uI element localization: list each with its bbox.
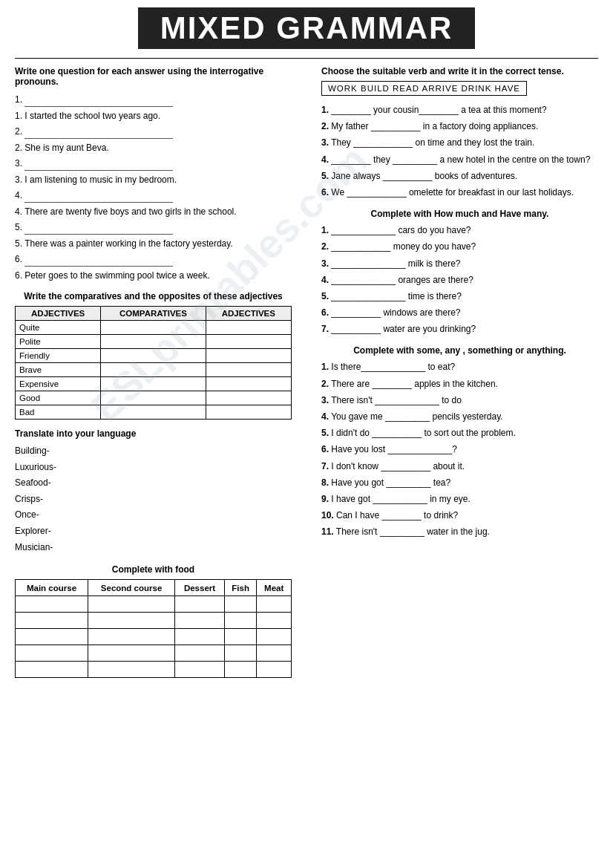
right-section1-title: Choose the suitable verb and write it in… — [321, 66, 598, 76]
list-item: 4. — [15, 187, 292, 204]
table-row — [16, 596, 292, 613]
table-row: Friendly — [16, 349, 292, 363]
col-header-adjectives2: ADJECTIVES — [206, 307, 291, 321]
some-any-list: 1. Is there_____________ to eat? 2. Ther… — [321, 360, 598, 539]
list-item: 4. _____________ oranges are there? — [321, 273, 598, 287]
left-section3-title: Translate into your language — [15, 428, 292, 439]
table-row — [16, 613, 292, 629]
list-item: 1. Is there_____________ to eat? — [321, 360, 598, 374]
left-section1-title: Write one question for each answer using… — [15, 66, 292, 87]
list-item: 2. She is my aunt Beva. — [15, 141, 292, 154]
food-col-main: Main course — [16, 580, 88, 596]
list-item: 1. _____________ cars do you have? — [321, 223, 598, 238]
list-item: 1. — [15, 91, 292, 108]
list-item: 7. __________ water are you drinking? — [321, 322, 598, 336]
list-item: 5. — [15, 219, 292, 236]
right-section2-title: Complete with How much and Have many. — [321, 209, 598, 219]
list-item: Once- — [15, 507, 292, 523]
list-item: 1. I started the school two years ago. — [15, 109, 292, 123]
list-item: Explorer- — [15, 523, 292, 540]
list-item: 6. Have you lost _____________? — [321, 443, 598, 457]
list-item: 6. __________ windows are there? — [321, 306, 598, 320]
list-item: 3. There isn't _____________ to do — [321, 394, 598, 408]
howmuch-list: 1. _____________ cars do you have? 2. __… — [321, 223, 598, 336]
verb-list: 1. ________ your cousin________ a tea at… — [321, 103, 598, 200]
list-item: 3. They ____________ on time and they lo… — [321, 136, 598, 150]
list-item: Luxurious- — [15, 460, 292, 476]
list-item: 5. _______________ time is there? — [321, 290, 598, 304]
list-item: 8. Have you got _________ tea? — [321, 476, 598, 490]
list-item: Musician- — [15, 540, 292, 556]
right-section3-title: Complete with some, any , something or a… — [321, 345, 598, 356]
food-col-meat: Meat — [257, 580, 292, 596]
list-item: 2. My father __________ in a factory doi… — [321, 120, 598, 134]
list-item: 3. — [15, 155, 292, 172]
questions-list: 1. 1. I started the school two years ago… — [15, 91, 292, 282]
translate-list: Building- Luxurious- Seafood- Crisps- On… — [15, 443, 292, 555]
table-row: Quite — [16, 321, 292, 335]
list-item: 6. — [15, 251, 292, 268]
list-item: 5. Jane always __________ books of adven… — [321, 169, 598, 183]
table-row — [16, 645, 292, 662]
food-table: Main course Second course Dessert Fish M… — [15, 579, 292, 678]
list-item: 5. I didn't do __________ to sort out th… — [321, 426, 598, 440]
page-title: MIXED GRAMMAR — [15, 7, 598, 49]
list-item: 3. _______________ milk is there? — [321, 257, 598, 271]
left-section2-title: Write the comparatives and the opposites… — [15, 291, 292, 301]
left-section4-title: Complete with food — [15, 564, 292, 575]
list-item: 5. There was a painter working in the fa… — [15, 237, 292, 250]
list-item: 9. I have got ___________ in my eye. — [321, 492, 598, 506]
list-item: 3. I am listening to music in my bedroom… — [15, 173, 292, 186]
verb-box: WORK BUILD READ ARRIVE DRINK HAVE — [321, 81, 527, 96]
list-item: 10. Can I have ________ to drink? — [321, 509, 598, 523]
list-item: 7. I don't know __________ about it. — [321, 460, 598, 474]
table-row: Bad — [16, 405, 292, 420]
food-col-dessert: Dessert — [175, 580, 225, 596]
list-item: Crisps- — [15, 492, 292, 508]
food-col-second: Second course — [88, 580, 174, 596]
list-item: Building- — [15, 443, 292, 460]
list-item: 1. ________ your cousin________ a tea at… — [321, 103, 598, 117]
table-row: Expensive — [16, 377, 292, 391]
list-item: 4. You gave me _________ pencils yesterd… — [321, 410, 598, 424]
table-row — [16, 662, 292, 678]
comparatives-table: ADJECTIVES COMPARATIVES ADJECTIVES Quite… — [15, 306, 292, 420]
list-item: 2. There are ________ apples in the kitc… — [321, 377, 598, 391]
col-header-comparatives: COMPARATIVES — [101, 307, 206, 321]
list-item: 6. Peter goes to the swimming pool twice… — [15, 269, 292, 282]
list-item: 11. There isn't _________ water in the j… — [321, 525, 598, 539]
table-row: Polite — [16, 335, 292, 349]
list-item: Seafood- — [15, 475, 292, 492]
col-header-adjectives: ADJECTIVES — [16, 307, 101, 321]
table-row — [16, 629, 292, 645]
list-item: 4. There are twenty five boys and two gi… — [15, 205, 292, 218]
list-item: 2. ____________ money do you have? — [321, 240, 598, 254]
list-item: 2. — [15, 123, 292, 140]
table-row: Good — [16, 391, 292, 405]
list-item: 6. We ____________ omelette for breakfas… — [321, 186, 598, 200]
food-col-fish: Fish — [224, 580, 256, 596]
table-row: Brave — [16, 363, 292, 377]
list-item: 4. ________ they _________ a new hotel i… — [321, 153, 598, 167]
